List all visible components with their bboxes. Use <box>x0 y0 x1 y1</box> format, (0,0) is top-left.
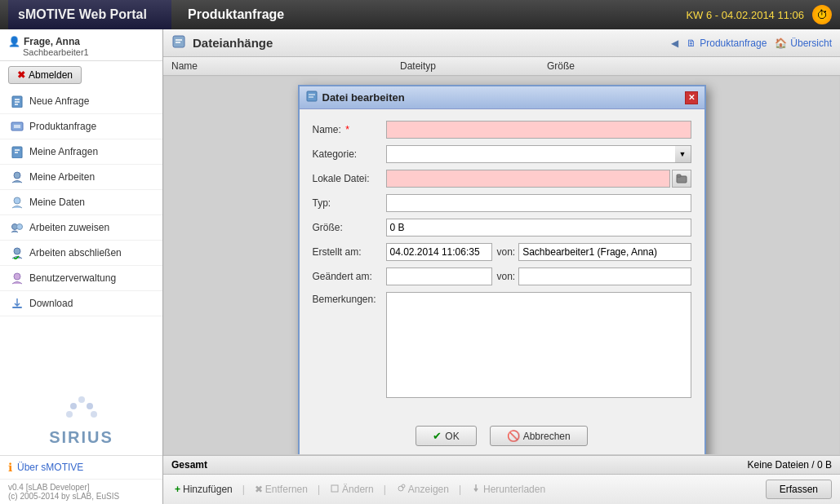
kategorie-label: Kategorie: <box>313 148 386 160</box>
produktanfrage-icon <box>10 119 24 134</box>
breadcrumb: ◀ 🗎 Produktanfrage 🏠 Übersicht <box>671 38 832 49</box>
sidebar: 👤 Frage, Anna Sachbearbeiter1 ✖ Abmelden… <box>0 29 163 504</box>
svg-point-17 <box>70 403 77 409</box>
typ-input[interactable] <box>386 194 691 212</box>
content-header: Dateianhänge ◀ 🗎 Produktanfrage 🏠 Übersi… <box>163 29 840 57</box>
typ-row: Typ: <box>313 194 691 212</box>
typ-label: Typ: <box>313 197 386 209</box>
col-header-type: Dateityp <box>400 60 547 72</box>
sidebar-item-meine-daten[interactable]: Meine Daten <box>0 190 162 215</box>
user-role: Sachbearbeiter1 <box>8 47 154 57</box>
svg-rect-15 <box>12 307 22 308</box>
add-icon: + <box>175 484 180 495</box>
breadcrumb-uebersicht[interactable]: 🏠 Übersicht <box>775 38 832 49</box>
edit-file-dialog: Datei bearbeiten ✕ Name: * <box>298 85 706 455</box>
geaendert-am-input[interactable] <box>386 267 492 285</box>
arbeiten-zuweisen-icon <box>10 220 24 235</box>
breadcrumb-produktanfrage[interactable]: 🗎 Produktanfrage <box>687 38 767 49</box>
logout-button[interactable]: ✖ Abmelden <box>8 66 82 84</box>
sep3: | <box>384 484 386 495</box>
sidebar-item-benutzerverwaltung[interactable]: Benutzerverwaltung <box>0 266 162 291</box>
lokale-datei-wrapper <box>386 170 691 188</box>
info-icon: ℹ <box>8 461 12 474</box>
svg-point-30 <box>398 486 403 491</box>
erstellt-am-label: Erstellt am: <box>313 246 386 258</box>
bemerkungen-textarea[interactable] <box>386 292 691 398</box>
lokale-datei-input[interactable] <box>386 170 670 188</box>
col-header-size: Größe <box>547 60 832 72</box>
svg-point-16 <box>78 396 85 403</box>
main-layout: 👤 Frage, Anna Sachbearbeiter1 ✖ Abmelden… <box>0 29 840 504</box>
erstellt-von-input <box>518 243 691 261</box>
download-toolbar-icon <box>471 484 481 496</box>
geaendert-am-label: Geändert am: <box>313 271 386 282</box>
ok-check-icon: ✔ <box>433 430 442 442</box>
page-title: Produktanfrage <box>171 7 686 22</box>
bemerkungen-row: Bemerkungen: <box>313 292 691 398</box>
capture-button[interactable]: Erfassen <box>766 480 832 499</box>
content-area: Dateianhänge ◀ 🗎 Produktanfrage 🏠 Übersi… <box>163 29 840 504</box>
app-title-text: sMOTIVE Web Portal <box>18 7 147 22</box>
sirius-logo: SIRIUS <box>0 383 162 455</box>
arbeiten-abschliessen-icon <box>10 245 24 260</box>
ok-button[interactable]: ✔ OK <box>416 426 476 446</box>
edit-icon <box>330 484 340 496</box>
attachment-icon <box>171 34 186 51</box>
user-icon: 👤 <box>8 36 20 47</box>
dialog-title-bar: Datei bearbeiten ✕ <box>300 86 704 109</box>
bottom-bar: Gesamt Keine Dateien / 0 B <box>163 455 840 474</box>
view-button[interactable]: Anzeigen <box>393 482 452 497</box>
sidebar-item-meine-arbeiten[interactable]: Meine Arbeiten <box>0 165 162 190</box>
groesse-row: Größe: <box>313 219 691 237</box>
sidebar-item-neue-anfrage[interactable]: Neue Anfrage <box>0 89 162 114</box>
benutzerverwaltung-icon <box>10 271 24 285</box>
nav-menu: Neue Anfrage Produktanfrage Meine Anfrag… <box>0 89 162 383</box>
svg-point-9 <box>14 172 20 179</box>
col-header-name: Name <box>171 60 400 72</box>
bottom-value: Keine Dateien / 0 B <box>748 459 832 471</box>
svg-point-18 <box>87 403 93 409</box>
browse-button[interactable] <box>672 170 691 188</box>
geaendert-von-label: von: <box>497 271 516 282</box>
remove-icon: ✖ <box>255 484 263 495</box>
sidebar-item-download[interactable]: Download <box>0 291 162 316</box>
svg-rect-5 <box>14 125 20 128</box>
cancel-button[interactable]: 🚫 Abbrechen <box>490 426 588 446</box>
download-button[interactable]: Herunterladen <box>468 482 549 497</box>
svg-point-10 <box>14 197 20 204</box>
sidebar-item-meine-anfragen[interactable]: Meine Anfragen <box>0 139 162 165</box>
erstellt-am-row: Erstellt am: von: <box>313 243 691 261</box>
name-input[interactable] <box>386 121 691 139</box>
dialog-close-button[interactable]: ✕ <box>685 91 698 104</box>
top-header: sMOTIVE Web Portal Produktanfrage KW 6 -… <box>0 0 840 29</box>
remove-button[interactable]: ✖ Entfernen <box>251 482 311 497</box>
kategorie-row: Kategorie: ▼ <box>313 145 691 163</box>
svg-rect-28 <box>677 175 681 177</box>
erstellt-am-input <box>386 243 492 261</box>
toolbar: + Hinzufügen | ✖ Entfernen | Ändern | An… <box>163 474 840 504</box>
sep1: | <box>242 484 245 495</box>
user-section: 👤 Frage, Anna Sachbearbeiter1 <box>0 29 162 61</box>
svg-point-14 <box>14 273 20 280</box>
name-label: Name: * <box>313 124 386 135</box>
breadcrumb-icon-2: 🏠 <box>775 38 787 49</box>
sep4: | <box>459 484 461 495</box>
about-section[interactable]: ℹ Über sMOTIVE <box>0 455 162 479</box>
dialog-file-icon <box>306 91 318 104</box>
datetime: KW 6 - 04.02.2014 11:06 <box>686 9 804 21</box>
lokale-datei-row: Lokale Datei: <box>313 170 691 188</box>
lokale-datei-label: Lokale Datei: <box>313 173 386 184</box>
file-table: Datei bearbeiten ✕ Name: * <box>163 76 840 455</box>
add-button[interactable]: + Hinzufügen <box>171 482 236 497</box>
edit-button[interactable]: Ändern <box>327 482 377 497</box>
sidebar-item-arbeiten-zuweisen[interactable]: Arbeiten zuweisen <box>0 215 162 241</box>
table-header: Name Dateityp Größe <box>163 57 840 76</box>
sidebar-item-arbeiten-abschliessen[interactable]: Arbeiten abschließen <box>0 241 162 266</box>
kategorie-select[interactable] <box>386 145 691 163</box>
neue-anfrage-icon <box>10 94 24 108</box>
sidebar-item-produktanfrage[interactable]: Produktanfrage <box>0 114 162 139</box>
back-arrow: ◀ <box>671 38 678 49</box>
app-title: sMOTIVE Web Portal <box>8 0 171 29</box>
clock-icon: ⏱ <box>812 5 832 24</box>
groesse-label: Größe: <box>313 222 386 233</box>
